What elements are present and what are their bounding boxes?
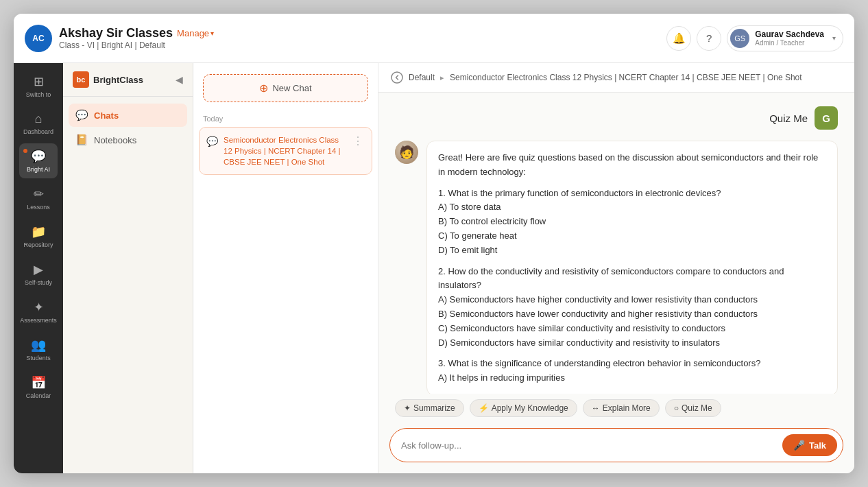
- plus-circle-icon: ⊕: [259, 82, 268, 95]
- students-icon: 👥: [31, 337, 46, 353]
- q1: 1. What is the primary function of semic…: [438, 187, 826, 258]
- breadcrumb-separator-icon: ▸: [440, 73, 444, 82]
- chat-item-icon: 💬: [206, 136, 218, 147]
- user-chip-chevron-icon: ▾: [832, 34, 836, 42]
- help-button[interactable]: ?: [697, 26, 721, 51]
- quick-actions: ✦ Summarize ⚡ Apply My Knowledge ↔ Expla…: [378, 394, 854, 423]
- summarize-chip[interactable]: ✦ Summarize: [395, 399, 464, 417]
- chat-list-panel: ⊕ New Chat Today 💬 Semiconductor Electro…: [193, 63, 378, 473]
- nav-item-chats[interactable]: 💬 Chats: [69, 104, 187, 127]
- summarize-icon: ✦: [404, 403, 411, 413]
- user-name: Gaurav Sachdeva: [755, 29, 824, 39]
- ai-avatar: 🧑: [395, 141, 418, 164]
- breadcrumb-back-button[interactable]: [391, 71, 403, 84]
- sidebar-logo-area: bc BrightClass ◀: [63, 71, 193, 97]
- breadcrumb-current: Semiconductor Electronics Class 12 Physi…: [450, 73, 802, 82]
- school-name: Akshay Sir Classes: [59, 26, 173, 40]
- topbar-title: Akshay Sir Classes Manage ▾ Class - VI |…: [59, 26, 214, 50]
- explain-more-chip[interactable]: ↔ Explain More: [583, 399, 660, 417]
- sidebar-item-lessons[interactable]: ✏ Lessons: [19, 181, 58, 216]
- sidebar-item-calendar[interactable]: 📅 Calendar: [19, 370, 58, 405]
- repository-icon: 📁: [31, 224, 46, 239]
- user-message-bubble: Quiz Me G: [769, 106, 838, 130]
- ai-intro: Great! Here are five quiz questions base…: [438, 151, 826, 180]
- sidebar-item-assessments[interactable]: ✦ Assessments: [19, 294, 58, 329]
- input-container: 🎤 Talk: [389, 428, 843, 462]
- sidebar-item-bright-ai[interactable]: 💬 Bright AI: [19, 143, 58, 178]
- assessments-icon: ✦: [34, 300, 44, 315]
- notifications-button[interactable]: 🔔: [666, 26, 691, 51]
- new-chat-label: New Chat: [272, 83, 311, 93]
- bright-class-logo: bc BrightClass: [73, 71, 143, 88]
- user-chip[interactable]: GS Gaurav Sachdeva Admin / Teacher ▾: [727, 25, 843, 51]
- sidebar-item-repository[interactable]: 📁 Repository: [19, 219, 58, 254]
- user-message-row: Quiz Me G: [395, 106, 838, 130]
- q3: 3. What is the significance of understan…: [438, 357, 826, 385]
- second-sidebar: bc BrightClass ◀ 💬 Chats 📔 Notebooks: [63, 63, 193, 473]
- chats-nav-icon: 💬: [75, 109, 88, 121]
- notebooks-nav-icon: 📔: [75, 134, 88, 146]
- play-icon: ▶: [34, 262, 43, 277]
- bc-logo-icon: bc: [73, 71, 89, 88]
- topbar-right: 🔔 ? GS Gaurav Sachdeva Admin / Teacher ▾: [666, 25, 843, 51]
- school-logo-text: AC: [32, 34, 44, 43]
- main-area: ⊞ Switch to ⌂ Dashboard 💬 Bright AI ✏ Le…: [14, 63, 854, 473]
- input-bar: 🎤 Talk: [378, 423, 854, 473]
- bc-logo-text: BrightClass: [93, 75, 143, 85]
- talk-button[interactable]: 🎤 Talk: [782, 434, 837, 456]
- ai-avatar-face: 🧑: [395, 141, 418, 164]
- bright-ai-icon: 💬: [31, 149, 46, 164]
- grid-icon: ⊞: [34, 74, 44, 89]
- breadcrumb-root: Default: [409, 73, 435, 82]
- sidebar-item-switch-to[interactable]: ⊞ Switch to: [19, 69, 58, 104]
- sidebar-item-students[interactable]: 👥 Students: [19, 332, 58, 367]
- user-info: Gaurav Sachdeva Admin / Teacher: [755, 29, 824, 47]
- ai-message-content: Great! Here are five quiz questions base…: [426, 141, 838, 394]
- icon-sidebar: ⊞ Switch to ⌂ Dashboard 💬 Bright AI ✏ Le…: [14, 63, 63, 473]
- apply-knowledge-chip[interactable]: ⚡ Apply My Knowledge: [470, 399, 577, 417]
- svg-point-0: [391, 72, 402, 83]
- user-avatar: GS: [730, 29, 749, 48]
- class-info: Class - VI | Bright AI | Default: [59, 40, 214, 50]
- quiz-me-chip[interactable]: ○ Quiz Me: [665, 399, 721, 417]
- help-icon: ?: [706, 32, 712, 44]
- chat-section-today: Today: [193, 108, 378, 127]
- user-role: Admin / Teacher: [755, 39, 824, 47]
- lightning-icon: ⚡: [479, 403, 489, 413]
- home-icon: ⌂: [35, 112, 43, 126]
- quiz-icon: ○: [674, 403, 679, 413]
- messages-area: Quiz Me G 🧑 Great! Here are five quiz qu…: [378, 93, 854, 394]
- nav-item-notebooks[interactable]: 📔 Notebooks: [69, 128, 187, 152]
- sidebar-item-dashboard[interactable]: ⌂ Dashboard: [19, 106, 58, 141]
- school-logo: AC: [25, 25, 52, 52]
- explain-icon: ↔: [592, 403, 600, 413]
- sidebar-item-self-study[interactable]: ▶ Self-study: [19, 257, 58, 292]
- manage-button[interactable]: Manage ▾: [177, 28, 214, 38]
- collapse-sidebar-button[interactable]: ◀: [176, 74, 183, 85]
- user-message-text: Quiz Me: [769, 112, 808, 124]
- calendar-icon: 📅: [31, 375, 46, 390]
- ai-message-row: 🧑 Great! Here are five quiz questions ba…: [395, 141, 838, 394]
- active-dot: [23, 149, 27, 153]
- breadcrumb: Default ▸ Semiconductor Electronics Clas…: [378, 63, 854, 93]
- second-sidebar-nav: 💬 Chats 📔 Notebooks: [63, 97, 193, 158]
- chat-main: Default ▸ Semiconductor Electronics Clas…: [378, 63, 854, 473]
- topbar: AC Akshay Sir Classes Manage ▾ Class - V…: [14, 14, 854, 63]
- microphone-icon: 🎤: [793, 440, 805, 451]
- manage-chevron-icon: ▾: [210, 29, 214, 37]
- user-message-avatar: G: [815, 106, 838, 130]
- chat-item-more-icon[interactable]: ⋮: [351, 134, 365, 147]
- chat-list-header: ⊕ New Chat: [193, 63, 378, 108]
- chat-list-item[interactable]: 💬 Semiconductor Electronics Class 12 Phy…: [199, 127, 372, 175]
- follow-up-input[interactable]: [401, 440, 782, 451]
- lessons-icon: ✏: [34, 187, 44, 202]
- new-chat-button[interactable]: ⊕ New Chat: [203, 74, 368, 102]
- app-window: AC Akshay Sir Classes Manage ▾ Class - V…: [14, 14, 854, 473]
- q2: 2. How do the conductivity and resistivi…: [438, 265, 826, 351]
- bell-icon: 🔔: [673, 32, 686, 45]
- chat-item-text: Semiconductor Electronics Class 12 Physi…: [224, 134, 346, 167]
